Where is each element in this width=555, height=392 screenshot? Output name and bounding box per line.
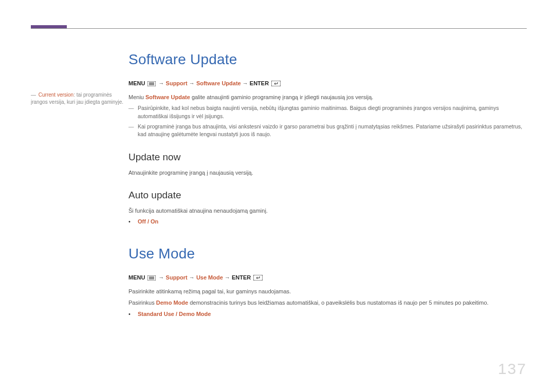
bullet-dot-2: • xyxy=(128,310,138,319)
um-body2-prefix: Pasirinkus xyxy=(128,300,156,306)
menupath-support: Support xyxy=(166,80,188,86)
note-text-1: Pasirūpinkite, kad kol nebus baigta nauj… xyxy=(138,104,527,121)
um-body2-suffix: demonstracinis turinys bus leidžiamas au… xyxy=(188,300,489,306)
use-mode-body-2: Pasirinkus Demo Mode demonstracinis turi… xyxy=(128,298,527,307)
menu-icon xyxy=(147,81,156,89)
menupath-menu: MENU xyxy=(128,80,145,86)
note-dash-1: ― xyxy=(128,104,138,121)
auto-update-body: Ši funkcija automatiškai atnaujina nenau… xyxy=(128,207,527,215)
heading-software-update: Software Update xyxy=(128,49,527,70)
sidebar: ― Current version: tai programinės įrang… xyxy=(31,49,128,319)
menupath-arrow2: → xyxy=(189,80,196,86)
document-page: ― Current version: tai programinės įrang… xyxy=(0,0,555,392)
software-update-note-1: ― Pasirūpinkite, kad kol nebus baigta na… xyxy=(128,104,527,121)
use-mode-option-text: Standard Use / Demo Mode xyxy=(138,310,527,319)
menu-icon-2 xyxy=(147,275,156,283)
content-area: ― Current version: tai programinės įrang… xyxy=(31,49,527,319)
use-mode-option: • Standard Use / Demo Mode xyxy=(128,310,527,319)
menu-path-software-update: MENU → Support → Software Update → ENTER xyxy=(128,80,527,89)
sidebar-note-dash: ― xyxy=(31,92,36,98)
su-body-suffix: galite atnaujinti gaminio programinę įra… xyxy=(190,94,373,100)
heading-auto-update: Auto update xyxy=(128,188,527,202)
menupath-arrow1: → xyxy=(159,80,166,86)
menupath2-enter: ENTER xyxy=(232,274,251,281)
auto-update-option: • Off / On xyxy=(128,218,527,226)
menupath2-arrow2: → xyxy=(189,274,196,281)
note-dash-2: ― xyxy=(128,123,138,139)
menupath2-arrow1: → xyxy=(159,274,166,281)
update-now-body: Atnaujinkite programinę įrangą į naujaus… xyxy=(128,169,527,177)
software-update-note-2: ― Kai programinė įranga bus atnaujinta, … xyxy=(128,123,527,139)
use-mode-body-1: Pasirinkite atitinkamą režimą pagal tai,… xyxy=(128,287,527,296)
menupath2-arrow3: → xyxy=(225,274,232,281)
um-body2-strong: Demo Mode xyxy=(156,300,188,306)
enter-icon-2 xyxy=(253,275,263,283)
enter-icon xyxy=(271,81,281,89)
su-body-prefix: Meniu xyxy=(128,94,145,100)
menupath-enter: ENTER xyxy=(250,80,269,86)
menupath2-menu: MENU xyxy=(128,274,145,281)
page-number: 137 xyxy=(498,360,527,378)
heading-update-now: Update now xyxy=(128,150,527,164)
auto-update-option-text: Off / On xyxy=(138,218,527,226)
heading-use-mode: Use Mode xyxy=(128,244,527,265)
menu-path-use-mode: MENU → Support → Use Mode → ENTER xyxy=(128,274,527,283)
menupath2-use-mode: Use Mode xyxy=(196,274,223,281)
sidebar-note: ― Current version: tai programinės įrang… xyxy=(31,91,128,105)
tab-marker xyxy=(31,25,67,28)
software-update-body: Meniu Software Update galite atnaujinti … xyxy=(128,93,527,102)
top-rule xyxy=(31,28,527,29)
current-version-label: Current version xyxy=(39,92,73,98)
menupath2-support: Support xyxy=(166,274,188,281)
main-column: Software Update MENU → Support → Softwar… xyxy=(128,49,527,319)
bullet-dot-1: • xyxy=(128,218,138,226)
note-text-2: Kai programinė įranga bus atnaujinta, vi… xyxy=(138,123,527,139)
menupath-arrow3: → xyxy=(243,80,250,86)
su-body-strong: Software Update xyxy=(145,94,190,100)
menupath-software-update: Software Update xyxy=(196,80,241,86)
